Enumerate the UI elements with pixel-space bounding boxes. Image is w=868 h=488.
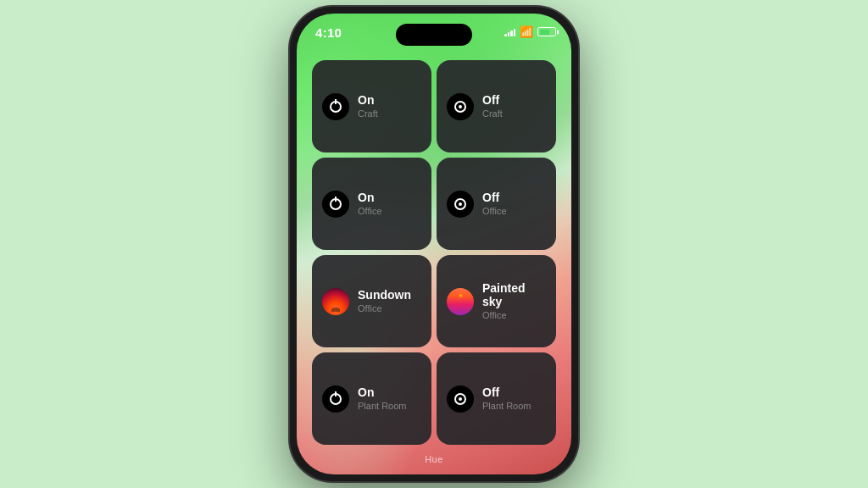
off-office-button[interactable]: Off Office [437, 158, 556, 250]
sundown-title: Sundown [358, 288, 411, 302]
off-plant-room-button[interactable]: Off Plant Room [437, 352, 556, 445]
off-office-text: Off Office [482, 191, 507, 217]
on-plant-room-subtitle: Plant Room [358, 400, 406, 412]
sundown-subtitle: Office [358, 302, 411, 314]
on-plant-room-button[interactable]: On Plant Room [312, 352, 431, 445]
hue-label: Hue [297, 454, 571, 464]
on-craft-title: On [358, 93, 378, 108]
wifi-icon: 📶 [520, 25, 533, 38]
widget-row-1: On Craft Off Craft [312, 60, 556, 152]
off-plant-room-icon [447, 385, 474, 413]
signal-icon [504, 27, 515, 36]
on-craft-subtitle: Craft [358, 108, 378, 119]
off-craft-text: Off Craft [482, 93, 503, 119]
dynamic-island [396, 24, 472, 46]
widget-row-4: On Plant Room Off Plant Room [312, 352, 556, 445]
widget-area: On Craft Off Craft [312, 60, 556, 445]
off-craft-button[interactable]: Off Craft [437, 60, 556, 152]
painted-sky-title: Painted sky [482, 281, 546, 310]
on-office-title: On [358, 191, 382, 205]
off-office-subtitle: Office [482, 205, 507, 217]
widget-row-3: Sundown Office Painted sky Office [312, 255, 556, 347]
off-craft-subtitle: Craft [482, 108, 503, 119]
on-office-subtitle: Office [358, 205, 382, 217]
on-craft-text: On Craft [358, 93, 378, 119]
painted-sky-office-button[interactable]: Painted sky Office [437, 255, 556, 347]
sundown-text: Sundown Office [358, 288, 411, 314]
off-plant-room-subtitle: Plant Room [482, 400, 531, 412]
status-icons: 📶 [504, 25, 556, 38]
off-plant-room-text: Off Plant Room [482, 385, 531, 412]
battery-icon [537, 27, 556, 36]
off-office-title: Off [482, 191, 507, 205]
painted-sky-icon [447, 288, 474, 315]
on-craft-icon [322, 93, 349, 120]
on-office-text: On Office [358, 191, 382, 217]
phone-outer: 4:10 📶 [290, 7, 578, 481]
off-craft-title: Off [482, 93, 503, 108]
off-plant-room-title: Off [482, 385, 531, 400]
off-office-icon [447, 191, 474, 218]
painted-sky-subtitle: Office [482, 309, 546, 321]
widget-row-2: On Office Off Office [312, 158, 556, 250]
status-time: 4:10 [315, 25, 342, 40]
on-plant-room-title: On [358, 385, 406, 400]
on-plant-room-icon [322, 385, 349, 413]
on-office-icon [322, 191, 349, 218]
sundown-icon [322, 288, 349, 315]
sundown-office-button[interactable]: Sundown Office [312, 255, 431, 347]
off-craft-icon [447, 93, 474, 120]
painted-sky-text: Painted sky Office [482, 281, 546, 322]
phone-screen: 4:10 📶 [297, 14, 571, 474]
on-craft-button[interactable]: On Craft [312, 60, 431, 152]
on-plant-room-text: On Plant Room [358, 385, 406, 412]
on-office-button[interactable]: On Office [312, 158, 431, 250]
